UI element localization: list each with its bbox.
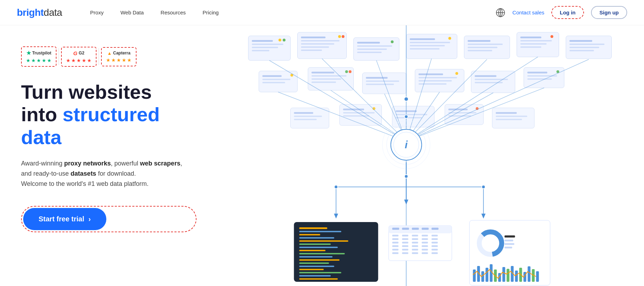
branch-dot-left: [334, 185, 338, 189]
svg-rect-70: [475, 75, 497, 77]
svg-point-30: [449, 37, 451, 40]
svg-rect-44: [570, 44, 605, 45]
arrow-left-branch: [334, 214, 338, 219]
svg-rect-144: [412, 238, 418, 240]
svg-rect-139: [412, 235, 418, 236]
svg-rect-29: [410, 48, 440, 50]
svg-rect-76: [527, 78, 552, 80]
svg-rect-98: [496, 116, 527, 117]
svg-rect-81: [294, 119, 317, 120]
svg-rect-176: [486, 268, 489, 282]
svg-rect-132: [392, 228, 399, 230]
svg-rect-46: [570, 50, 594, 51]
svg-rect-142: [392, 238, 399, 240]
svg-point-41: [551, 35, 553, 38]
svg-rect-183: [515, 271, 518, 282]
capterra-badge: ▲ Capterra ★ ★ ★ ★ ★: [101, 47, 137, 66]
svg-rect-8: [252, 50, 270, 51]
nav-proxy[interactable]: Proxy: [90, 9, 104, 15]
svg-point-18: [342, 35, 345, 38]
svg-rect-160: [422, 249, 428, 251]
nav-pricing[interactable]: Pricing: [203, 9, 219, 15]
svg-rect-163: [402, 252, 409, 254]
svg-rect-143: [402, 238, 409, 240]
svg-rect-128: [299, 275, 331, 277]
logo-data: data: [44, 7, 62, 18]
logo[interactable]: bright data: [17, 7, 62, 18]
svg-rect-12: [301, 37, 326, 38]
signup-button[interactable]: Sign up: [591, 6, 627, 19]
subtext-bold-1: proxy networks: [64, 160, 111, 167]
svg-rect-79: [294, 112, 313, 114]
nav-resources[interactable]: Resources: [161, 9, 186, 15]
card-group-1: [248, 32, 612, 60]
login-button[interactable]: Log in: [551, 6, 584, 19]
svg-rect-162: [392, 252, 399, 254]
svg-rect-172: [505, 247, 512, 248]
subtext-bold-2: web scrapers: [140, 160, 180, 167]
svg-rect-85: [343, 115, 370, 117]
svg-rect-62: [366, 84, 394, 85]
svg-rect-186: [528, 266, 531, 282]
svg-rect-155: [422, 245, 428, 247]
svg-rect-60: [366, 77, 388, 79]
svg-rect-169: [505, 235, 515, 238]
svg-rect-133: [402, 228, 409, 230]
left-content: ★ Trustpilot ★ ★ ★ ★ ★ G G2: [0, 25, 218, 286]
svg-rect-148: [402, 242, 409, 243]
svg-rect-55: [312, 78, 341, 80]
svg-rect-5: [252, 40, 273, 42]
arrow-right-branch: [482, 214, 486, 219]
svg-rect-27: [410, 42, 450, 43]
svg-rect-26: [410, 38, 435, 40]
subtext-1: Award-winning: [21, 160, 64, 167]
flow-dot-2: [405, 115, 408, 118]
contact-sales-link[interactable]: Contact sales: [512, 9, 544, 15]
svg-point-17: [338, 35, 341, 38]
svg-rect-35: [468, 50, 492, 51]
svg-rect-120: [299, 250, 326, 251]
subtext-line2-1: and ready-to-use: [21, 170, 71, 177]
svg-rect-129: [299, 278, 338, 280]
svg-rect-22: [357, 48, 387, 50]
svg-rect-181: [507, 269, 510, 282]
svg-rect-61: [366, 80, 399, 82]
svg-rect-113: [299, 227, 327, 229]
svg-rect-49: [263, 79, 291, 80]
svg-rect-188: [536, 271, 539, 282]
subtext-2: , powerful: [111, 160, 140, 167]
svg-rect-158: [402, 249, 409, 251]
svg-rect-145: [422, 238, 428, 240]
nav-web-data[interactable]: Web Data: [120, 9, 144, 15]
svg-line-101: [322, 59, 406, 141]
svg-rect-6: [252, 44, 284, 45]
svg-rect-16: [301, 50, 322, 51]
svg-rect-135: [422, 228, 429, 230]
svg-rect-171: [505, 243, 514, 245]
svg-rect-164: [412, 252, 418, 254]
capterra-label: ▲ Capterra: [107, 51, 130, 56]
svg-rect-126: [299, 269, 324, 270]
svg-rect-153: [402, 245, 409, 247]
start-free-trial-button[interactable]: Start free trial ›: [23, 208, 106, 230]
subtext-line3: Welcome to the world's #1 web data platf…: [21, 180, 148, 187]
svg-rect-152: [392, 245, 399, 247]
svg-rect-15: [301, 46, 329, 48]
svg-rect-93: [449, 112, 477, 113]
svg-rect-59: [363, 73, 406, 94]
header-right: Contact sales Log in Sign up: [496, 6, 627, 19]
svg-rect-137: [392, 235, 399, 236]
svg-rect-122: [299, 256, 333, 258]
svg-rect-118: [299, 243, 331, 245]
capterra-stars: ★ ★ ★ ★ ★: [106, 57, 132, 63]
svg-rect-32: [468, 40, 491, 42]
svg-rect-38: [520, 40, 552, 41]
svg-rect-34: [468, 47, 498, 48]
svg-rect-7: [252, 47, 278, 48]
subtext-bold-3: datasets: [71, 170, 96, 177]
g2-label: G G2: [73, 50, 85, 56]
svg-rect-123: [299, 259, 340, 261]
svg-rect-80: [294, 116, 322, 117]
globe-icon[interactable]: [496, 8, 505, 18]
svg-rect-28: [410, 45, 445, 46]
